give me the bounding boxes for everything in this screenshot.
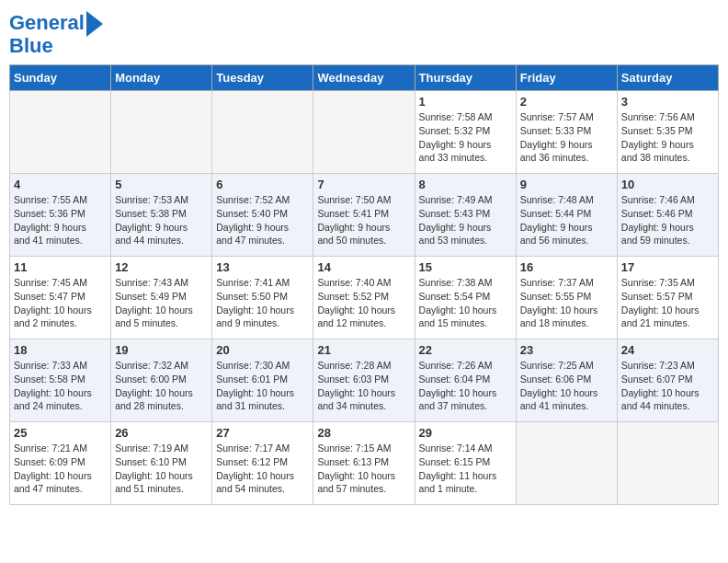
weekday-header: Thursday (415, 65, 516, 91)
day-number: 26 (115, 426, 208, 440)
calendar-week-row: 25Sunrise: 7:21 AMSunset: 6:09 PMDayligh… (10, 422, 719, 505)
day-info: Sunrise: 7:46 AMSunset: 5:46 PMDaylight:… (621, 193, 714, 247)
calendar-cell: 11Sunrise: 7:45 AMSunset: 5:47 PMDayligh… (10, 257, 111, 339)
calendar-cell (111, 91, 212, 174)
calendar-cell: 8Sunrise: 7:49 AMSunset: 5:43 PMDaylight… (415, 174, 516, 257)
day-info: Sunrise: 7:26 AMSunset: 6:04 PMDaylight:… (419, 359, 512, 413)
day-number: 1 (419, 95, 512, 109)
day-info: Sunrise: 7:14 AMSunset: 6:15 PMDaylight:… (419, 442, 512, 496)
day-info: Sunrise: 7:25 AMSunset: 6:06 PMDaylight:… (520, 359, 613, 413)
day-info: Sunrise: 7:17 AMSunset: 6:12 PMDaylight:… (216, 442, 309, 496)
day-number: 7 (317, 178, 410, 191)
day-info: Sunrise: 7:32 AMSunset: 6:00 PMDaylight:… (115, 359, 208, 413)
calendar-cell: 7Sunrise: 7:50 AMSunset: 5:41 PMDaylight… (313, 174, 415, 257)
day-number: 22 (419, 343, 512, 357)
calendar-cell: 18Sunrise: 7:33 AMSunset: 5:58 PMDayligh… (10, 339, 111, 422)
weekday-header: Monday (111, 65, 212, 91)
day-info: Sunrise: 7:21 AMSunset: 6:09 PMDaylight:… (14, 442, 107, 496)
day-info: Sunrise: 7:19 AMSunset: 6:10 PMDaylight:… (115, 442, 208, 496)
day-number: 11 (14, 260, 107, 274)
day-number: 9 (520, 178, 613, 191)
calendar-cell: 26Sunrise: 7:19 AMSunset: 6:10 PMDayligh… (111, 422, 212, 505)
calendar-cell: 2Sunrise: 7:57 AMSunset: 5:33 PMDaylight… (516, 91, 617, 174)
day-info: Sunrise: 7:43 AMSunset: 5:49 PMDaylight:… (115, 276, 208, 330)
day-info: Sunrise: 7:45 AMSunset: 5:47 PMDaylight:… (14, 276, 107, 330)
calendar-week-row: 11Sunrise: 7:45 AMSunset: 5:47 PMDayligh… (10, 257, 719, 339)
calendar-cell: 21Sunrise: 7:28 AMSunset: 6:03 PMDayligh… (313, 339, 415, 422)
day-info: Sunrise: 7:40 AMSunset: 5:52 PMDaylight:… (317, 276, 410, 330)
day-info: Sunrise: 7:53 AMSunset: 5:38 PMDaylight:… (115, 193, 208, 247)
calendar-table: SundayMondayTuesdayWednesdayThursdayFrid… (9, 64, 719, 505)
logo-arrow-icon (86, 11, 103, 37)
calendar-cell: 4Sunrise: 7:55 AMSunset: 5:36 PMDaylight… (10, 174, 111, 257)
calendar-cell: 17Sunrise: 7:35 AMSunset: 5:57 PMDayligh… (617, 257, 718, 339)
calendar-cell: 13Sunrise: 7:41 AMSunset: 5:50 PMDayligh… (212, 257, 313, 339)
day-info: Sunrise: 7:23 AMSunset: 6:07 PMDaylight:… (621, 359, 714, 413)
logo: General Blue (9, 9, 103, 57)
calendar-cell: 28Sunrise: 7:15 AMSunset: 6:13 PMDayligh… (313, 422, 415, 505)
calendar-cell: 12Sunrise: 7:43 AMSunset: 5:49 PMDayligh… (111, 257, 212, 339)
day-number: 19 (115, 343, 208, 357)
day-number: 5 (115, 178, 208, 191)
day-info: Sunrise: 7:28 AMSunset: 6:03 PMDaylight:… (317, 359, 410, 413)
day-number: 13 (216, 260, 309, 274)
calendar-cell (212, 91, 313, 174)
calendar-week-row: 1Sunrise: 7:58 AMSunset: 5:32 PMDaylight… (10, 91, 719, 174)
day-info: Sunrise: 7:37 AMSunset: 5:55 PMDaylight:… (520, 276, 613, 330)
day-number: 6 (216, 178, 309, 191)
day-number: 14 (317, 260, 410, 274)
calendar-cell: 19Sunrise: 7:32 AMSunset: 6:00 PMDayligh… (111, 339, 212, 422)
day-info: Sunrise: 7:38 AMSunset: 5:54 PMDaylight:… (419, 276, 512, 330)
logo-text: General (9, 12, 85, 34)
day-number: 18 (14, 343, 107, 357)
day-number: 12 (115, 260, 208, 274)
day-info: Sunrise: 7:58 AMSunset: 5:32 PMDaylight:… (419, 110, 512, 165)
calendar-cell: 20Sunrise: 7:30 AMSunset: 6:01 PMDayligh… (212, 339, 313, 422)
day-info: Sunrise: 7:50 AMSunset: 5:41 PMDaylight:… (317, 193, 410, 247)
day-number: 25 (14, 426, 107, 440)
calendar-cell: 16Sunrise: 7:37 AMSunset: 5:55 PMDayligh… (516, 257, 617, 339)
day-number: 23 (520, 343, 613, 357)
day-info: Sunrise: 7:35 AMSunset: 5:57 PMDaylight:… (621, 276, 714, 330)
weekday-header: Saturday (617, 65, 718, 91)
calendar-cell: 15Sunrise: 7:38 AMSunset: 5:54 PMDayligh… (415, 257, 516, 339)
day-number: 28 (317, 426, 410, 440)
calendar-cell (10, 91, 111, 174)
calendar-cell (313, 91, 415, 174)
calendar-cell: 3Sunrise: 7:56 AMSunset: 5:35 PMDaylight… (617, 91, 718, 174)
page-header: General Blue (9, 9, 719, 57)
day-info: Sunrise: 7:49 AMSunset: 5:43 PMDaylight:… (419, 193, 512, 247)
day-info: Sunrise: 7:33 AMSunset: 5:58 PMDaylight:… (14, 359, 107, 413)
calendar-cell: 22Sunrise: 7:26 AMSunset: 6:04 PMDayligh… (415, 339, 516, 422)
calendar-cell: 14Sunrise: 7:40 AMSunset: 5:52 PMDayligh… (313, 257, 415, 339)
day-number: 27 (216, 426, 309, 440)
calendar-cell: 25Sunrise: 7:21 AMSunset: 6:09 PMDayligh… (10, 422, 111, 505)
calendar-week-row: 4Sunrise: 7:55 AMSunset: 5:36 PMDaylight… (10, 174, 719, 257)
day-info: Sunrise: 7:52 AMSunset: 5:40 PMDaylight:… (216, 193, 309, 247)
day-number: 10 (621, 178, 714, 191)
day-info: Sunrise: 7:57 AMSunset: 5:33 PMDaylight:… (520, 110, 613, 165)
calendar-cell: 6Sunrise: 7:52 AMSunset: 5:40 PMDaylight… (212, 174, 313, 257)
calendar-cell: 27Sunrise: 7:17 AMSunset: 6:12 PMDayligh… (212, 422, 313, 505)
day-number: 4 (14, 178, 107, 191)
day-info: Sunrise: 7:55 AMSunset: 5:36 PMDaylight:… (14, 193, 107, 247)
day-number: 15 (419, 260, 512, 274)
calendar-cell: 24Sunrise: 7:23 AMSunset: 6:07 PMDayligh… (617, 339, 718, 422)
day-info: Sunrise: 7:56 AMSunset: 5:35 PMDaylight:… (621, 110, 714, 165)
day-number: 24 (621, 343, 714, 357)
day-info: Sunrise: 7:48 AMSunset: 5:44 PMDaylight:… (520, 193, 613, 247)
day-info: Sunrise: 7:15 AMSunset: 6:13 PMDaylight:… (317, 442, 410, 496)
calendar-cell: 1Sunrise: 7:58 AMSunset: 5:32 PMDaylight… (415, 91, 516, 174)
calendar-body: 1Sunrise: 7:58 AMSunset: 5:32 PMDaylight… (10, 91, 719, 505)
calendar-cell (516, 422, 617, 505)
weekday-header: Friday (516, 65, 617, 91)
day-info: Sunrise: 7:30 AMSunset: 6:01 PMDaylight:… (216, 359, 309, 413)
calendar-cell: 23Sunrise: 7:25 AMSunset: 6:06 PMDayligh… (516, 339, 617, 422)
day-number: 20 (216, 343, 309, 357)
day-number: 17 (621, 260, 714, 274)
weekday-header: Sunday (10, 65, 111, 91)
day-number: 3 (621, 95, 714, 109)
weekday-header: Wednesday (313, 65, 415, 91)
day-number: 29 (419, 426, 512, 440)
calendar-cell: 29Sunrise: 7:14 AMSunset: 6:15 PMDayligh… (415, 422, 516, 505)
